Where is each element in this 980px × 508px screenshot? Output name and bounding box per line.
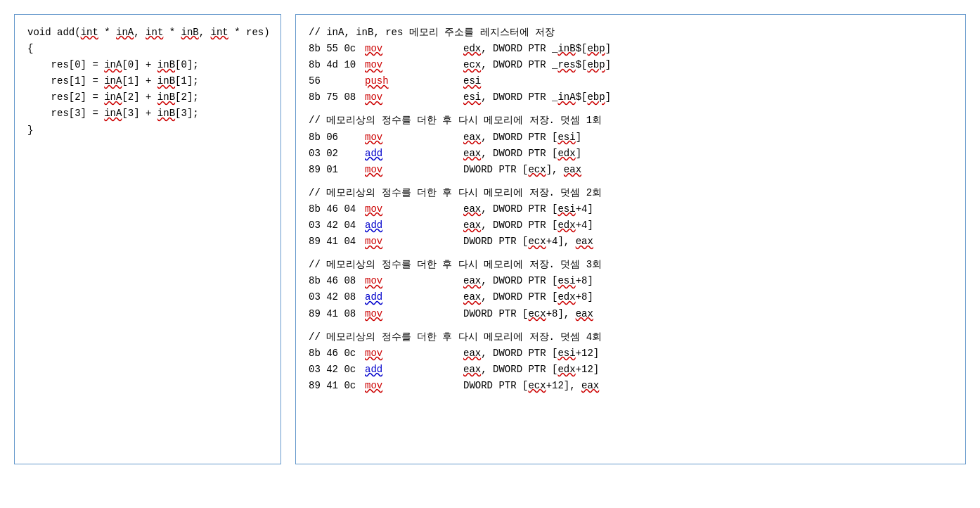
asm-row-4-3: 89 41 08movDWORD PTR [ecx+8], eax [309,306,953,322]
code-line-brace-open: { [27,41,268,57]
asm-row-4-2: 03 42 08addeax, DWORD PTR [edx+8] [309,289,953,305]
asm-section-4: // 메모리상의 정수를 더한 후 다시 메모리에 저장. 덧셈 3회 8b 4… [309,257,953,322]
code-line-4: res[3] = inA[3] + inB[3]; [27,106,268,122]
comment-1: // inA, inB, res 메모리 주소를 레지스터에 저장 [309,25,953,41]
right-asm-box: .asm-section { margin-bottom: 10px; } .a… [295,14,966,464]
code-line-sig: void add(int * inA, int * inB, int * res… [27,25,268,41]
comment-3: // 메모리상의 정수를 더한 후 다시 메모리에 저장. 덧셈 2회 [309,185,953,201]
asm-row-1-1: 8b 55 0cmovedx, DWORD PTR _inB$[ebp] [309,41,953,57]
asm-row-3-2: 03 42 04addeax, DWORD PTR [edx+4] [309,217,953,234]
comment-4: // 메모리상의 정수를 더한 후 다시 메모리에 저장. 덧셈 3회 [309,257,953,273]
left-code-box: void add(int * inA, int * inB, int * res… [14,14,281,464]
code-line-2: res[1] = inA[1] + inB[1]; [27,73,268,89]
asm-row-5-2: 03 42 0caddeax, DWORD PTR [edx+12] [309,362,953,378]
asm-row-3-1: 8b 46 04moveax, DWORD PTR [esi+4] [309,201,953,217]
asm-row-2-3: 89 01 movDWORD PTR [ecx], eax [309,162,953,178]
code-line-brace-close: } [27,122,268,139]
asm-row-5-3: 89 41 0cmovDWORD PTR [ecx+12], eax [309,378,953,394]
code-line-1: res[0] = inA[0] + inB[0]; [27,57,268,73]
asm-section-1: // inA, inB, res 메모리 주소를 레지스터에 저장 8b 55 … [309,25,953,106]
asm-row-5-1: 8b 46 0cmoveax, DWORD PTR [esi+12] [309,345,953,362]
asm-row-1-2: 8b 4d 10movecx, DWORD PTR _res$[ebp] [309,57,953,73]
asm-row-2-1: 8b 06 moveax, DWORD PTR [esi] [309,129,953,146]
code-line-3: res[2] = inA[2] + inB[2]; [27,89,268,106]
asm-section-2: // 메모리상의 정수를 더한 후 다시 메모리에 저장. 덧셈 1회 8b 0… [309,113,953,177]
comment-2: // 메모리상의 정수를 더한 후 다시 메모리에 저장. 덧셈 1회 [309,113,953,129]
asm-row-2-2: 03 02 addeax, DWORD PTR [edx] [309,146,953,162]
asm-section-5: // 메모리상의 정수를 더한 후 다시 메모리에 저장. 덧셈 4회 8b 4… [309,329,953,394]
asm-row-3-3: 89 41 04movDWORD PTR [ecx+4], eax [309,234,953,250]
comment-5: // 메모리상의 정수를 더한 후 다시 메모리에 저장. 덧셈 4회 [309,329,953,345]
asm-row-1-3: 56 pushesi [309,73,953,89]
asm-row-4-1: 8b 46 08moveax, DWORD PTR [esi+8] [309,273,953,289]
asm-row-1-4: 8b 75 08movesi, DWORD PTR _inA$[ebp] [309,89,953,106]
asm-section-3: // 메모리상의 정수를 더한 후 다시 메모리에 저장. 덧셈 2회 8b 4… [309,185,953,250]
page-container: void add(int * inA, int * inB, int * res… [14,14,966,464]
